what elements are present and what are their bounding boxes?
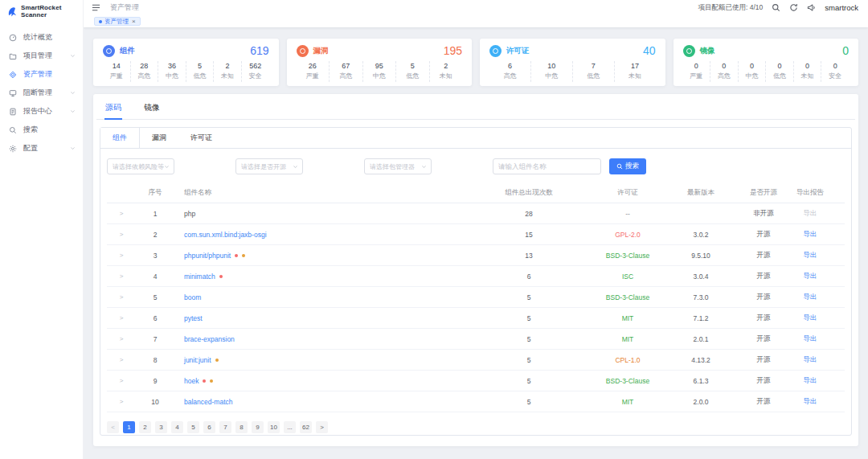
tab-vulnerability[interactable]: 漏洞 <box>140 128 178 148</box>
pagination-page-6[interactable]: 6 <box>203 421 215 433</box>
expand-row-icon[interactable]: > <box>107 377 136 384</box>
card-stats: 0严重0高危0中危0低危0未知0安全 <box>683 61 850 82</box>
menu-toggle-icon[interactable] <box>92 3 100 12</box>
severity-dot <box>219 275 223 278</box>
sidebar-item-block-management[interactable]: 阻断管理 <box>0 84 83 102</box>
sidebar-item-report-center[interactable]: 报告中心 <box>0 102 83 121</box>
expand-row-icon[interactable]: > <box>107 273 136 280</box>
export-link[interactable]: 导出 <box>804 334 817 342</box>
stat-label: 严重 <box>103 72 130 80</box>
license-value: MIT <box>589 398 666 406</box>
stat-value: 28 <box>131 62 158 70</box>
stat-label: 低危 <box>186 72 214 80</box>
row-serial: 4 <box>136 273 174 281</box>
tab-license[interactable]: 许可证 <box>178 128 224 148</box>
stat-card-vulnerabilities: 漏洞19526严重67高危95中危5低危2未知 <box>287 39 473 86</box>
risk-level-select[interactable]: 请选择依赖风险等级 <box>107 158 174 174</box>
package-manager-select[interactable]: 请选择包管理器 <box>364 158 432 174</box>
component-name[interactable]: boom <box>184 293 201 301</box>
tag-asset-management[interactable]: 资产管理 × <box>94 17 141 26</box>
pagination-page-9[interactable]: 9 <box>252 421 264 433</box>
row-serial: 1 <box>136 210 174 218</box>
card-stats: 14严重28高危36中危5低危2未知562安全 <box>103 61 269 82</box>
row-serial: 5 <box>136 293 174 301</box>
pagination-page-2[interactable]: 2 <box>139 421 151 433</box>
pagination-page-8[interactable]: 8 <box>235 421 248 433</box>
pagination-page-3[interactable]: 3 <box>155 421 167 433</box>
tab-image[interactable]: 镜像 <box>143 101 161 119</box>
announcement-icon[interactable] <box>807 3 816 12</box>
expand-row-icon[interactable]: > <box>107 335 136 342</box>
sidebar-item-label: 项目管理 <box>23 51 52 61</box>
sidebar-item-settings[interactable]: 配置 <box>0 139 83 158</box>
sidebar-item-search[interactable]: 搜索 <box>0 121 83 139</box>
tab-component[interactable]: 组件 <box>100 128 140 148</box>
pagination-page-1[interactable]: 1 <box>123 421 135 433</box>
search-icon[interactable] <box>772 3 780 12</box>
stat-label: 高危 <box>710 72 738 80</box>
table-row: >10balanced-match5MIT2.0.0开源导出 <box>107 391 845 412</box>
export-link[interactable]: 导出 <box>804 397 817 405</box>
stat-value: 14 <box>103 62 130 70</box>
pagination-page-4[interactable]: 4 <box>171 421 183 433</box>
stat-value: 17 <box>615 62 656 70</box>
component-name[interactable]: hoek <box>184 377 199 385</box>
expand-row-icon[interactable]: > <box>107 252 136 259</box>
component-name[interactable]: balanced-match <box>184 398 232 406</box>
expand-row-icon[interactable]: > <box>107 293 136 301</box>
component-name-input[interactable] <box>493 158 601 174</box>
source-image-tabs: 源码镜像 <box>96 101 855 120</box>
export-link[interactable]: 导出 <box>804 376 817 384</box>
pagination-prev-button[interactable]: < <box>107 421 119 433</box>
component-name[interactable]: com.sun.xml.bind:jaxb-osgi <box>184 231 267 239</box>
stat-value: 36 <box>158 62 186 70</box>
pagination-page-10[interactable]: 10 <box>268 421 280 433</box>
stat-value: 2 <box>430 62 463 70</box>
export-link-disabled: 导出 <box>804 209 817 217</box>
chevron-down-icon <box>70 53 76 59</box>
export-link[interactable]: 导出 <box>804 355 817 363</box>
refresh-icon[interactable] <box>789 3 798 12</box>
expand-row-icon[interactable]: > <box>107 356 136 363</box>
chevron-down-icon <box>164 164 170 170</box>
table-row: >3phpunit/phpunit13BSD-3-Clause9.5.10开源导… <box>107 245 845 266</box>
stat-label: 严重 <box>683 72 710 80</box>
sidebar-item-project-management[interactable]: 项目管理 <box>0 47 83 65</box>
export-link[interactable]: 导出 <box>804 314 817 322</box>
pagination-page-5[interactable]: 5 <box>187 421 199 433</box>
component-name[interactable]: minimatch <box>184 273 215 281</box>
export-link[interactable]: 导出 <box>804 251 817 259</box>
license-value: CPL-1.0 <box>589 356 666 364</box>
export-link[interactable]: 导出 <box>804 272 817 280</box>
user-menu[interactable]: smartrock <box>825 3 858 12</box>
expand-row-icon[interactable]: > <box>107 314 136 322</box>
latest-version: 7.3.0 <box>666 293 735 301</box>
pagination-next-button[interactable]: > <box>316 421 328 433</box>
close-icon[interactable]: × <box>132 18 136 25</box>
component-name[interactable]: pytest <box>184 314 203 322</box>
stat-label: 未知 <box>615 72 656 80</box>
stat-value: 5 <box>186 62 214 70</box>
expand-row-icon[interactable]: > <box>107 231 136 238</box>
export-link[interactable]: 导出 <box>804 293 817 301</box>
expand-row-icon[interactable]: > <box>107 210 136 217</box>
license-value: BSD-3-Clause <box>589 293 666 301</box>
chevron-down-icon <box>70 90 76 96</box>
component-name[interactable]: junit:junit <box>184 356 211 364</box>
search-button[interactable]: 搜索 <box>609 158 646 174</box>
sidebar-item-label: 配置 <box>23 143 38 154</box>
stat-cell: 0高危 <box>710 61 739 82</box>
license-value: MIT <box>589 314 666 322</box>
expand-row-icon[interactable]: > <box>107 398 136 405</box>
component-name[interactable]: phpunit/phpunit <box>184 252 231 260</box>
component-name[interactable]: brace-expansion <box>184 335 235 343</box>
export-link[interactable]: 导出 <box>804 230 817 238</box>
sidebar-item-asset-management[interactable]: 资产管理 <box>0 65 83 84</box>
pagination-page-62[interactable]: 62 <box>300 421 312 433</box>
sidebar-item-stats-overview[interactable]: 统计概览 <box>0 28 83 47</box>
pagination-page-7[interactable]: 7 <box>219 421 231 433</box>
risk-level-placeholder: 请选择依赖风险等级 <box>113 162 164 171</box>
opensource-select[interactable]: 请选择是否开源 <box>235 158 303 174</box>
tab-source[interactable]: 源码 <box>104 101 122 120</box>
open-source-flag: 开源 <box>735 376 792 386</box>
